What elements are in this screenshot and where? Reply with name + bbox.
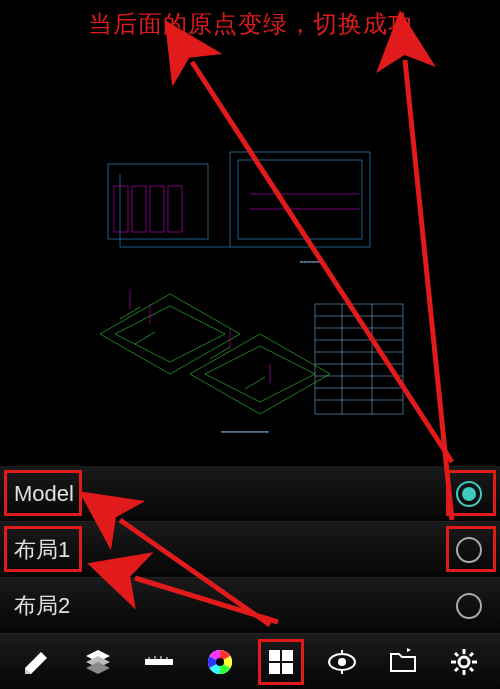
color-wheel-icon <box>204 646 236 678</box>
svg-rect-1 <box>238 160 362 239</box>
layout-tab-label: 布局1 <box>14 535 70 565</box>
layout-tab-label: Model <box>14 481 74 507</box>
svg-rect-5 <box>114 186 128 232</box>
svg-rect-42 <box>282 663 293 674</box>
radio-selected-icon[interactable] <box>456 481 482 507</box>
layout-tab-row[interactable]: Model <box>0 466 500 522</box>
color-wheel-button[interactable] <box>195 637 245 687</box>
svg-rect-6 <box>132 186 146 232</box>
pencil-edit-icon <box>21 646 53 678</box>
svg-line-54 <box>455 668 458 671</box>
radio-unselected-icon[interactable] <box>456 593 482 619</box>
layout-tabs-icon <box>265 646 297 678</box>
bottom-toolbar <box>0 634 500 689</box>
svg-point-44 <box>338 658 346 666</box>
layout-tab-row[interactable]: 布局2 <box>0 578 500 634</box>
svg-rect-19 <box>315 304 403 414</box>
svg-rect-41 <box>269 663 280 674</box>
cad-drawing: ━━━━━━━━━━━━ ━━━━━ <box>80 134 410 444</box>
svg-rect-32 <box>145 659 173 665</box>
instruction-caption: 当后面的原点变绿，切换成功 <box>0 0 500 44</box>
layout-tabs-panel: Model布局1布局2 <box>0 466 500 634</box>
radio-unselected-icon[interactable] <box>456 537 482 563</box>
svg-line-55 <box>470 653 473 656</box>
pencil-edit-button[interactable] <box>12 637 62 687</box>
svg-rect-7 <box>150 186 164 232</box>
svg-rect-39 <box>269 650 280 661</box>
cad-viewport[interactable]: ━━━━━━━━━━━━ ━━━━━ <box>0 44 500 424</box>
folder-icon <box>387 646 419 678</box>
svg-line-14 <box>245 377 265 389</box>
layout-tabs-button[interactable] <box>256 637 306 687</box>
measure-icon <box>143 646 175 678</box>
gear-button[interactable] <box>439 637 489 687</box>
svg-rect-40 <box>282 650 293 661</box>
folder-button[interactable] <box>378 637 428 687</box>
svg-line-52 <box>455 653 458 656</box>
svg-rect-4 <box>108 164 208 239</box>
svg-point-38 <box>216 658 224 666</box>
gear-icon <box>448 646 480 678</box>
svg-rect-8 <box>168 186 182 232</box>
svg-text:━━━━━━━━━━━━: ━━━━━━━━━━━━ <box>220 429 269 435</box>
layout-tab-label: 布局2 <box>14 591 70 621</box>
svg-line-12 <box>135 332 155 344</box>
svg-point-47 <box>459 657 469 667</box>
view-icon <box>326 646 358 678</box>
measure-button[interactable] <box>134 637 184 687</box>
layers-icon <box>82 646 114 678</box>
svg-rect-0 <box>230 152 370 247</box>
view-button[interactable] <box>317 637 367 687</box>
layers-button[interactable] <box>73 637 123 687</box>
svg-line-53 <box>470 668 473 671</box>
layout-tab-row[interactable]: 布局1 <box>0 522 500 578</box>
svg-text:━━━━━: ━━━━━ <box>299 259 320 265</box>
